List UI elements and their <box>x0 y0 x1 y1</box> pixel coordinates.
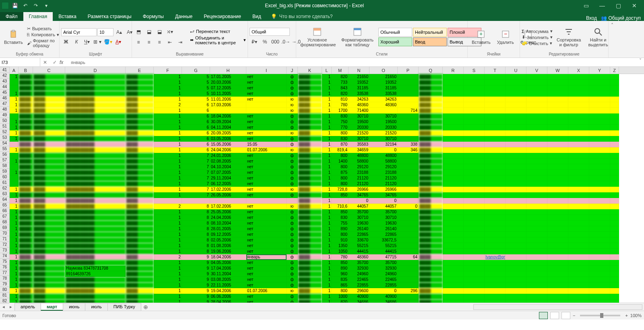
cell[interactable] <box>568 164 589 170</box>
cell[interactable] <box>610 85 619 91</box>
cell[interactable]: ████ <box>126 119 154 125</box>
cell[interactable]: 34765 <box>369 192 398 198</box>
cell[interactable]: 5 <box>182 74 210 80</box>
cell[interactable] <box>443 288 464 294</box>
cell[interactable] <box>443 85 464 91</box>
cell[interactable]: 30.09.2004 <box>210 119 246 125</box>
cell[interactable]: ████ <box>419 288 443 294</box>
table-row[interactable]: 1████████ 89164639726████1930.11.2004нет… <box>10 271 644 277</box>
cell[interactable] <box>506 91 526 97</box>
cell[interactable]: 19500 <box>349 119 369 125</box>
column-header-U[interactable]: U <box>506 67 526 74</box>
cell[interactable]: 1 <box>154 74 182 80</box>
cell[interactable]: ████ <box>33 215 65 221</box>
cell[interactable]: ████ <box>298 119 322 125</box>
cell[interactable]: ████ <box>126 260 154 266</box>
cell[interactable]: 9 <box>182 260 210 266</box>
cell[interactable]: 850 <box>332 192 349 198</box>
cell[interactable]: ████ <box>298 283 322 288</box>
cell[interactable]: ████ <box>419 130 443 136</box>
cell[interactable]: 01.07.2006 <box>246 288 287 294</box>
table-row[interactable]: 1██████████████████████1919.04.200601.07… <box>10 288 644 294</box>
cell[interactable]: ████ <box>419 294 443 299</box>
row-header[interactable]: 55 <box>0 146 9 152</box>
cell[interactable] <box>485 243 506 249</box>
cell[interactable]: ████ <box>33 204 65 209</box>
cell[interactable]: ████ <box>33 266 65 271</box>
borders-button[interactable]: ⊞ ▾ <box>93 37 102 46</box>
cell[interactable] <box>526 277 547 283</box>
cell[interactable]: ██████████ <box>65 232 126 237</box>
maximize-icon[interactable]: ▢ <box>610 0 626 11</box>
cell[interactable] <box>398 159 419 164</box>
cell[interactable]: 728,8 <box>332 187 349 192</box>
spreadsheet-grid[interactable]: 4142434445464748495051525354555657585960… <box>0 67 644 303</box>
cell[interactable] <box>485 215 506 221</box>
cell[interactable] <box>398 294 419 299</box>
cell[interactable] <box>547 215 568 221</box>
cell[interactable]: ████ <box>126 254 154 260</box>
cell[interactable] <box>443 108 464 113</box>
cell[interactable]: 25.05.2006 <box>210 209 246 215</box>
cell[interactable]: 28.01.2005 <box>210 226 246 232</box>
cell[interactable]: ████ <box>419 80 443 85</box>
cell[interactable] <box>464 204 485 209</box>
cell[interactable] <box>398 209 419 215</box>
cell[interactable] <box>443 277 464 283</box>
cell[interactable]: ████ <box>19 130 33 136</box>
cell[interactable]: 7 <box>182 175 210 181</box>
cell[interactable]: ████ <box>19 260 33 266</box>
cell[interactable]: Ivanov@gmail.com <box>485 254 506 260</box>
cell[interactable] <box>547 260 568 266</box>
cell[interactable]: 1 <box>154 243 182 249</box>
cell[interactable]: 1 <box>154 159 182 164</box>
cell[interactable] <box>464 215 485 221</box>
redo-icon[interactable]: ↷ <box>31 1 40 10</box>
cell[interactable] <box>526 113 547 119</box>
cell[interactable]: ████ <box>19 147 33 153</box>
cell[interactable]: 1 <box>322 266 332 271</box>
cell[interactable] <box>485 108 506 113</box>
cell[interactable]: ██████████ <box>65 113 126 119</box>
cell[interactable] <box>589 283 610 288</box>
cell[interactable]: 733 <box>332 80 349 85</box>
cell[interactable] <box>464 175 485 181</box>
cell[interactable] <box>443 113 464 119</box>
cell[interactable]: ████ <box>126 198 154 204</box>
cell[interactable]: 7 <box>182 187 210 192</box>
cell[interactable] <box>398 119 419 125</box>
cell[interactable]: 800 <box>332 232 349 237</box>
enter-formula-icon[interactable]: ✓ <box>50 60 60 65</box>
cell[interactable]: 7 <box>182 164 210 170</box>
cell[interactable] <box>526 108 547 113</box>
cell[interactable]: ██████████ <box>65 102 126 108</box>
cell[interactable]: 17.01.2005 <box>210 74 246 80</box>
cell[interactable] <box>506 254 526 260</box>
cell[interactable]: ████ <box>33 237 65 243</box>
cell[interactable]: 1 <box>322 142 332 147</box>
cell[interactable] <box>610 266 619 271</box>
cell[interactable] <box>182 198 210 204</box>
cell[interactable]: ф <box>287 277 298 283</box>
cell[interactable] <box>506 153 526 159</box>
cell[interactable]: 1 <box>322 108 332 113</box>
cell[interactable]: ██████████ <box>65 198 126 204</box>
cell[interactable] <box>443 97 464 102</box>
cell[interactable] <box>610 125 619 130</box>
align-left-icon[interactable]: ≡ <box>134 38 143 47</box>
cell[interactable] <box>589 232 610 237</box>
cell[interactable]: нет <box>246 164 287 170</box>
cell[interactable] <box>610 226 619 232</box>
cell[interactable] <box>526 181 547 187</box>
cell[interactable]: ████ <box>298 85 322 91</box>
cell[interactable] <box>485 91 506 97</box>
cell[interactable]: ████ <box>419 125 443 130</box>
cell[interactable] <box>398 221 419 226</box>
cell[interactable]: ████ <box>298 159 322 164</box>
cell[interactable]: 19500 <box>369 119 398 125</box>
cell[interactable]: 1 <box>154 277 182 283</box>
table-row[interactable]: 1██████████████████████1808.10.2004нетф█… <box>10 221 644 226</box>
cell[interactable] <box>506 125 526 130</box>
cell[interactable]: 1 <box>154 170 182 175</box>
cell[interactable]: ████ <box>126 209 154 215</box>
